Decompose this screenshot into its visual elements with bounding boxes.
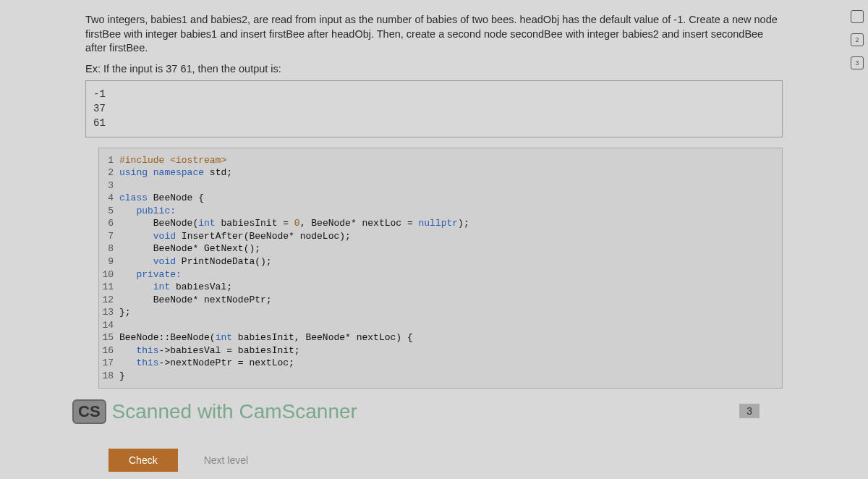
code-line: 9 void PrintNodeData(); [99,255,782,268]
code-content[interactable]: }; [119,306,131,319]
output-line: 61 [93,116,775,130]
code-line: 16 this->babiesVal = babiesInit; [99,344,782,357]
line-number: 1 [99,154,119,167]
line-number: 10 [99,268,119,281]
code-line: 15BeeNode::BeeNode(int babiesInit, BeeNo… [99,331,782,344]
code-line: 2using namespace std; [99,166,782,179]
line-number: 18 [99,370,119,383]
output-line: 37 [93,101,775,116]
sidebar-box-1[interactable] [851,10,864,23]
example-label: Ex: If the input is 37 61, then the outp… [85,63,783,75]
code-content[interactable]: BeeNode::BeeNode(int babiesInit, BeeNode… [119,331,413,344]
code-content[interactable]: int babiesVal; [119,281,232,294]
line-number: 8 [99,242,119,255]
code-line: 6 BeeNode(int babiesInit = 0, BeeNode* n… [99,217,782,230]
code-line: 7 void InsertAfter(BeeNode* nodeLoc); [99,230,782,243]
code-content[interactable]: using namespace std; [119,166,232,179]
code-content[interactable]: class BeeNode { [119,192,204,205]
line-number: 6 [99,217,119,230]
check-button[interactable]: Check [109,449,178,472]
code-content[interactable]: BeeNode* nextNodePtr; [119,294,272,307]
code-line: 1#include <iostream> [99,154,782,167]
watermark-text: Scanned with CamScanner [112,400,357,423]
next-level-button[interactable]: Next level [191,449,261,472]
code-line: 10 private: [99,268,782,281]
bottom-buttons: Check Next level [109,449,261,472]
code-line: 5 public: [99,205,782,218]
code-line: 4class BeeNode { [99,192,782,205]
code-content[interactable]: void InsertAfter(BeeNode* nodeLoc); [119,230,351,243]
output-line: -1 [93,87,775,101]
line-number: 5 [99,205,119,218]
line-number: 3 [99,179,119,192]
line-number: 7 [99,230,119,243]
sidebar-box-2[interactable]: 2 [851,33,864,46]
code-content[interactable]: this->babiesVal = babiesInit; [119,344,300,357]
code-line: 17 this->nextNodePtr = nextLoc; [99,357,782,370]
line-number: 2 [99,166,119,179]
code-line: 11 int babiesVal; [99,281,782,294]
code-content[interactable]: public: [119,205,176,218]
line-number: 16 [99,344,119,357]
code-content[interactable]: #include <iostream> [119,154,226,167]
code-content[interactable]: BeeNode(int babiesInit = 0, BeeNode* nex… [119,217,469,230]
cs-badge: CS [72,399,106,424]
line-number: 13 [99,306,119,319]
code-line: 13}; [99,306,782,319]
code-content[interactable]: void PrintNodeData(); [119,255,272,268]
page-number-badge: 3 [739,404,760,418]
code-content[interactable]: } [119,370,125,383]
code-line: 18} [99,370,782,383]
camscanner-watermark: CS Scanned with CamScanner [72,399,357,424]
code-content[interactable]: private: [119,268,182,281]
line-number: 17 [99,357,119,370]
code-line: 12 BeeNode* nextNodePtr; [99,294,782,307]
code-content[interactable]: BeeNode* GetNext(); [119,242,260,255]
problem-instructions: Two integers, babies1 and babies2, are r… [85,13,783,56]
right-sidebar: 2 3 [851,10,864,69]
code-content[interactable]: this->nextNodePtr = nextLoc; [119,357,294,370]
line-number: 14 [99,319,119,332]
code-line: 8 BeeNode* GetNext(); [99,242,782,255]
code-editor[interactable]: 1#include <iostream>2using namespace std… [98,148,783,389]
main-content: Two integers, babies1 and babies2, are r… [0,0,868,479]
line-number: 4 [99,192,119,205]
line-number: 9 [99,255,119,268]
example-output: -1 37 61 [85,80,783,137]
code-line: 3 [99,179,782,192]
line-number: 15 [99,331,119,344]
code-line: 14 [99,319,782,332]
line-number: 12 [99,294,119,307]
line-number: 11 [99,281,119,294]
sidebar-box-3[interactable]: 3 [851,56,864,69]
